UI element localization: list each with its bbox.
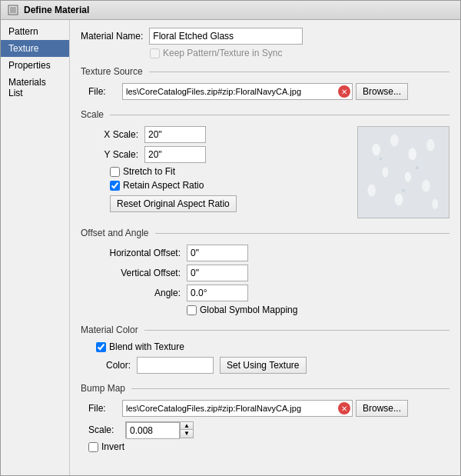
define-material-window: Define Material Pattern Texture Properti… [0,0,461,476]
spin-buttons: ▲ ▼ [180,422,193,438]
material-name-label: Material Name: [81,31,143,42]
color-swatch[interactable] [137,357,214,374]
window-title: Define Material [24,5,89,15]
sidebar: Pattern Texture Properties Materials Lis… [1,20,70,475]
material-color-content: Blend with Texture Color: Set Using Text… [81,341,449,374]
svg-rect-1 [10,7,16,13]
retain-checkbox[interactable] [110,181,120,191]
reset-aspect-ratio-button[interactable]: Reset Original Aspect Ratio [110,195,237,212]
keep-sync-checkbox[interactable] [150,48,160,58]
bump-scale-input[interactable] [126,422,180,439]
angle-row: Angle: [88,285,449,301]
window-icon [7,4,19,16]
set-using-texture-button[interactable]: Set Using Texture [220,357,307,374]
bump-scale-label: Scale: [88,424,119,435]
blend-checkbox[interactable] [96,342,106,352]
bump-map-header: Bump Map [81,383,449,394]
stretch-row: Stretch to Fit [81,166,350,177]
offset-angle-section: Offset and Angle Horizontal Offset: Vert… [81,228,449,315]
texture-preview [357,126,449,218]
bump-file-path: les\CoreCatalogFiles.zip#zip:FloralNavyC… [123,402,338,414]
texture-file-label: File: [88,86,119,97]
floral-pattern-image [358,127,449,218]
texture-source-header: Texture Source [81,66,449,77]
material-name-row: Material Name: [81,28,449,45]
bump-file-input-container: les\CoreCatalogFiles.zip#zip:FloralNavyC… [122,400,353,417]
invert-checkbox[interactable] [88,442,98,452]
angle-input[interactable] [187,285,248,301]
global-mapping-label: Global Symbol Mapping [200,305,297,315]
retain-label: Retain Aspect Ratio [123,180,204,191]
sidebar-item-pattern[interactable]: Pattern [1,23,69,40]
scale-section: Scale X Scale: Y Scale: Stre [81,109,449,218]
global-mapping-row: Global Symbol Mapping [88,305,449,315]
color-label: Color: [96,360,131,371]
texture-source-content: File: les\CoreCatalogFiles.zip#zip:Flora… [81,83,449,100]
bump-scale-spinner: ▲ ▼ [125,421,194,438]
bump-file-clear-button[interactable]: ✕ [338,402,350,414]
title-bar: Define Material [1,1,460,20]
y-scale-input[interactable] [144,146,206,163]
h-offset-row: Horizontal Offset: [88,245,449,261]
x-scale-label: X Scale: [96,129,138,140]
main-panel: Material Name: Keep Pattern/Texture in S… [70,20,460,475]
stretch-checkbox[interactable] [110,167,120,177]
scale-content: X Scale: Y Scale: Stretch to Fit [81,126,449,218]
texture-file-path: les\CoreCatalogFiles.zip#zip:FloralNavyC… [123,85,338,98]
content-area: Pattern Texture Properties Materials Lis… [1,20,460,475]
x-scale-row: X Scale: [81,126,350,143]
sidebar-item-properties[interactable]: Properties [1,57,69,74]
h-offset-label: Horizontal Offset: [96,248,181,258]
v-offset-row: Vertical Offset: [88,265,449,281]
material-name-input[interactable] [149,28,303,45]
color-row: Color: Set Using Texture [88,357,449,374]
v-offset-label: Vertical Offset: [96,268,181,278]
scale-header: Scale [81,109,449,120]
scale-fields: X Scale: Y Scale: Stretch to Fit [81,126,350,218]
sync-row: Keep Pattern/Texture in Sync [150,48,449,58]
material-color-section: Material Color Blend with Texture Color:… [81,325,449,374]
sidebar-item-materials-list[interactable]: Materials List [1,74,69,102]
bump-browse-button[interactable]: Browse... [356,400,408,417]
keep-sync-label: Keep Pattern/Texture in Sync [163,48,282,58]
offset-angle-header: Offset and Angle [81,228,449,238]
sidebar-item-texture[interactable]: Texture [1,40,69,57]
bump-scale-row: Scale: ▲ ▼ [88,421,449,438]
texture-file-input-container: les\CoreCatalogFiles.zip#zip:FloralNavyC… [122,83,353,100]
v-offset-input[interactable] [187,265,248,281]
texture-browse-button[interactable]: Browse... [356,83,408,100]
h-offset-input[interactable] [187,245,248,261]
spin-down-button[interactable]: ▼ [181,430,193,438]
x-scale-input[interactable] [144,126,206,143]
offset-content: Horizontal Offset: Vertical Offset: Angl… [81,245,449,315]
material-color-header: Material Color [81,325,449,335]
blend-label: Blend with Texture [109,341,184,352]
spin-up-button[interactable]: ▲ [181,422,193,430]
texture-source-section: Texture Source File: les\CoreCatalogFile… [81,66,449,100]
y-scale-label: Y Scale: [96,149,138,160]
invert-row: Invert [88,441,449,452]
bump-map-section: Bump Map File: les\CoreCatalogFiles.zip#… [81,383,449,452]
blend-row: Blend with Texture [88,341,449,352]
angle-label: Angle: [96,288,181,298]
texture-file-row: File: les\CoreCatalogFiles.zip#zip:Flora… [88,83,449,100]
bump-content: File: les\CoreCatalogFiles.zip#zip:Flora… [81,400,449,452]
retain-row: Retain Aspect Ratio [81,180,350,191]
stretch-label: Stretch to Fit [123,166,175,177]
y-scale-row: Y Scale: [81,146,350,163]
invert-label: Invert [101,441,124,452]
global-mapping-checkbox[interactable] [187,305,197,315]
bump-file-label: File: [88,403,119,414]
texture-file-clear-button[interactable]: ✕ [338,85,350,98]
bump-file-row: File: les\CoreCatalogFiles.zip#zip:Flora… [88,400,449,417]
